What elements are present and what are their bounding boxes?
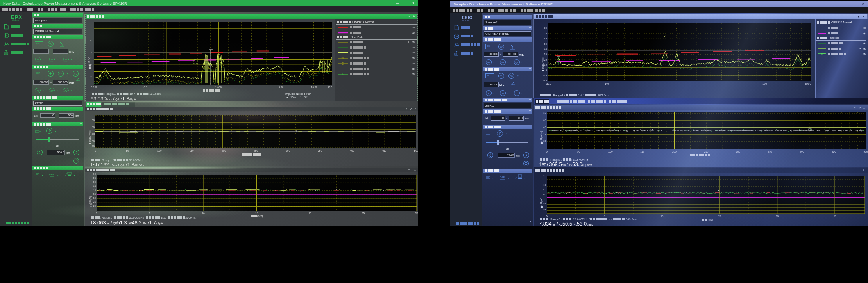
svg-text:QP: QP — [50, 90, 54, 92]
svg-text:W: W — [49, 43, 52, 46]
svg-text:W: W — [500, 46, 503, 48]
svg-text:P: P — [488, 92, 490, 94]
svg-text:SA: SA — [501, 92, 505, 94]
svg-text:OFF: OFF — [500, 176, 505, 178]
svg-text:OFF: OFF — [49, 173, 54, 176]
svg-text:AV: AV — [65, 90, 68, 92]
svg-text:BW: BW — [510, 75, 513, 77]
svg-text:AV: AV — [487, 61, 490, 64]
svg-text:QP: QP — [515, 61, 519, 64]
svg-text:Pk: Pk — [501, 61, 504, 64]
svg-text:Pk: Pk — [37, 90, 39, 92]
